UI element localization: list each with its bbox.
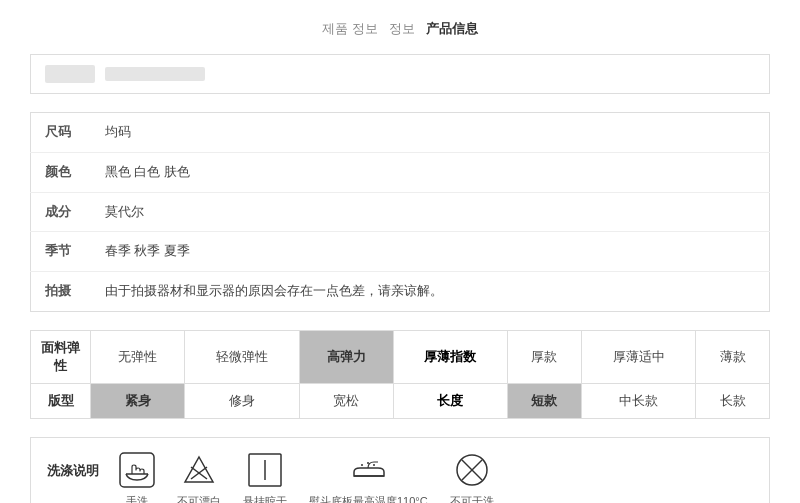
- season-label: 季节: [31, 232, 91, 272]
- brand-row: [31, 55, 770, 94]
- hang-dry-item: 悬挂晾干: [243, 452, 287, 503]
- length-header-cell: 长度: [393, 383, 507, 418]
- material-label: 成分: [31, 192, 91, 232]
- attribute-table: 面料弹性 无弹性 轻微弹性 高弹力 厚薄指数 厚款 厚薄适中 薄款 版型 紧身 …: [30, 330, 770, 419]
- fabric-row: 面料弹性 无弹性 轻微弹性 高弹力 厚薄指数 厚款 厚薄适中 薄款: [31, 330, 770, 383]
- season-value: 春季 秋季 夏季: [91, 232, 770, 272]
- loose-fit-cell[interactable]: 宽松: [299, 383, 393, 418]
- iron-low-icon: [350, 452, 386, 488]
- style-row: 版型 紧身 修身 宽松 长度 短款 中长款 长款: [31, 383, 770, 418]
- hang-dry-icon: [247, 452, 283, 488]
- brand-logo: [45, 65, 95, 83]
- tab-inactive2[interactable]: 정보: [389, 21, 415, 36]
- svg-point-7: [361, 464, 363, 466]
- iron-low-label: 熨斗底板最高温度110°C: [309, 494, 428, 503]
- tab-active[interactable]: 产品信息: [426, 21, 478, 36]
- fabric-header: 面料弹性: [31, 330, 91, 383]
- size-label: 尺码: [31, 113, 91, 153]
- no-dry-clean-icon: [454, 452, 490, 488]
- wash-section: 洗涤说明 手洗 不可漂白: [30, 437, 770, 503]
- brand-name-text: [105, 67, 205, 81]
- medium-thick-cell[interactable]: 厚薄适中: [581, 330, 695, 383]
- photo-note-row: 拍摄 由于拍摄器材和显示器的原因会存在一点色差，请亲谅解。: [31, 272, 770, 312]
- tab-inactive1[interactable]: 제품 정보: [322, 21, 378, 36]
- no-dry-clean-item: 不可干洗: [450, 452, 494, 503]
- brand-block: [45, 65, 755, 83]
- tab-header: 제품 정보 정보 产品信息: [30, 20, 770, 38]
- no-elastic-cell[interactable]: 无弹性: [91, 330, 185, 383]
- material-row: 成分 莫代尔: [31, 192, 770, 232]
- color-row: 颜色 黑色 白色 肤色: [31, 152, 770, 192]
- long-cell[interactable]: 长款: [696, 383, 770, 418]
- photo-label: 拍摄: [31, 272, 91, 312]
- svg-point-9: [373, 464, 375, 466]
- size-row: 尺码 均码: [31, 113, 770, 153]
- wash-icons-container: 手洗 不可漂白 悬挂晾干: [119, 452, 494, 503]
- thick-cell[interactable]: 厚款: [508, 330, 582, 383]
- thin-cell[interactable]: 薄款: [696, 330, 770, 383]
- wash-label: 洗涤说明: [47, 452, 99, 480]
- svg-rect-0: [120, 453, 154, 487]
- iron-low-item: 熨斗底板最高温度110°C: [309, 452, 428, 503]
- short-cell[interactable]: 短款: [508, 383, 582, 418]
- high-elastic-cell[interactable]: 高弹力: [299, 330, 393, 383]
- color-label: 颜色: [31, 152, 91, 192]
- season-row: 季节 春季 秋季 夏季: [31, 232, 770, 272]
- color-value: 黑色 白色 肤色: [91, 152, 770, 192]
- style-header: 版型: [31, 383, 91, 418]
- product-info-table: [30, 54, 770, 94]
- material-value: 莫代尔: [91, 192, 770, 232]
- hand-wash-icon: [119, 452, 155, 488]
- no-bleach-icon: [181, 452, 217, 488]
- slim-fit-cell[interactable]: 紧身: [91, 383, 185, 418]
- hang-dry-label: 悬挂晾干: [243, 494, 287, 503]
- photo-value: 由于拍摄器材和显示器的原因会存在一点色差，请亲谅解。: [91, 272, 770, 312]
- no-bleach-label: 不可漂白: [177, 494, 221, 503]
- light-elastic-cell[interactable]: 轻微弹性: [185, 330, 299, 383]
- mid-long-cell[interactable]: 中长款: [581, 383, 695, 418]
- hand-wash-label: 手洗: [126, 494, 148, 503]
- size-value: 均码: [91, 113, 770, 153]
- info-details-table: 尺码 均码 颜色 黑色 白色 肤色 成分 莫代尔 季节 春季 秋季 夏季 拍摄 …: [30, 112, 770, 312]
- regular-fit-cell[interactable]: 修身: [185, 383, 299, 418]
- no-bleach-item: 不可漂白: [177, 452, 221, 503]
- no-dry-clean-label: 不可干洗: [450, 494, 494, 503]
- thickness-index-cell: 厚薄指数: [393, 330, 507, 383]
- hand-wash-item: 手洗: [119, 452, 155, 503]
